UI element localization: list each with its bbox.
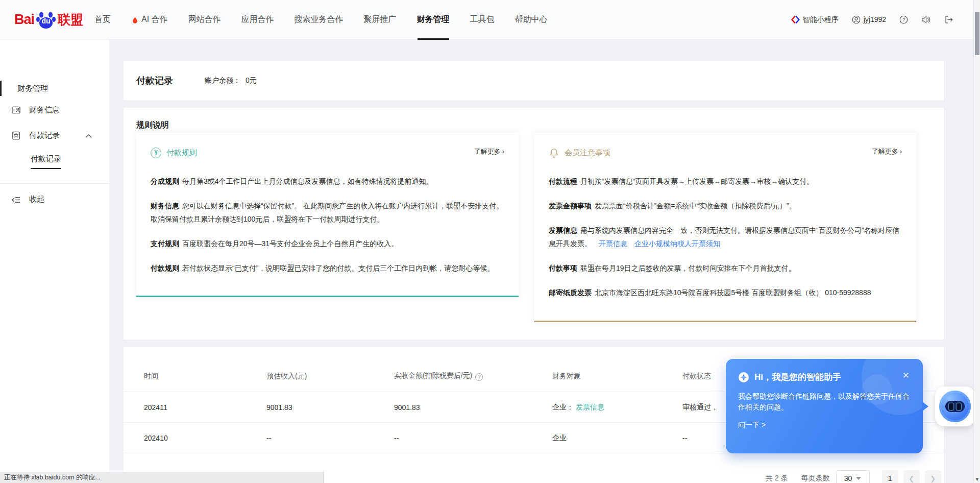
browser-status-bar: 正在等待 xlab.baidu.com 的响应... bbox=[0, 472, 324, 483]
finance-info-card-icon bbox=[11, 105, 21, 115]
cell-time: 202410 bbox=[144, 434, 266, 442]
sidebar-item-payment-records[interactable]: 付款记录 bbox=[0, 124, 109, 147]
chevron-right-icon: › bbox=[502, 148, 504, 155]
payment-rules-more-link[interactable]: 了解更多› bbox=[474, 147, 504, 156]
cell-finance-object: 企业： 发票信息 bbox=[552, 403, 682, 412]
col-header-estimated-income: 预估收入(元) bbox=[266, 372, 394, 381]
assistant-robot-button[interactable] bbox=[935, 387, 975, 426]
miniprogram-diamond-icon bbox=[791, 15, 800, 25]
member-notes-card: 会员注意事项 了解更多› 付款流程月初按“发票信息”页面开具发票→上传发票→邮寄… bbox=[534, 133, 916, 322]
cell-actual: -- bbox=[394, 434, 552, 442]
cell-estimated: 9001.83 bbox=[266, 403, 394, 412]
robot-face-icon bbox=[939, 391, 971, 422]
member-notes-header: 会员注意事项 bbox=[549, 146, 902, 159]
assistant-popup-tail bbox=[922, 401, 928, 412]
logo-union-text: 联盟 bbox=[58, 11, 83, 28]
rule-paragraph: 财务信息您可以在财务信息中选择“保留付款”。 在此期间您产生的收入将在账户内进行… bbox=[151, 199, 504, 226]
rules-section-title: 规则说明 bbox=[136, 120, 169, 131]
member-notes-more-link[interactable]: 了解更多› bbox=[872, 147, 902, 156]
compass-icon bbox=[738, 372, 749, 383]
rules-section-card: 规则说明 ¥ 付款规则 了解更多› 分成规则每月第3或4个工作日产出上月分成信息… bbox=[124, 108, 944, 340]
close-icon[interactable]: ✕ bbox=[902, 371, 910, 380]
sidebar-collapse-button[interactable]: 收起 bbox=[0, 187, 109, 211]
logout-icon[interactable] bbox=[944, 15, 953, 24]
member-notes-title: 会员注意事项 bbox=[565, 148, 610, 158]
sidebar-item-finance-info[interactable]: 财务信息 bbox=[0, 98, 109, 122]
nav-item-toolkit[interactable]: 工具包 bbox=[470, 0, 495, 40]
scrollbar-thumb[interactable] bbox=[975, 12, 979, 55]
pagination: 共 2 条 每页条数 30 1 ❮ ❯ bbox=[766, 470, 941, 483]
cell-estimated: -- bbox=[266, 434, 394, 442]
balance-label: 账户余额： bbox=[205, 76, 240, 84]
account-balance: 账户余额： 0元 bbox=[205, 76, 257, 85]
prev-page-button[interactable]: ❮ bbox=[903, 470, 920, 483]
page-header-card: 付款记录 账户余额： 0元 bbox=[124, 61, 944, 100]
flame-icon bbox=[131, 15, 139, 25]
bell-icon bbox=[549, 148, 559, 158]
nav-item-search-business[interactable]: 搜索业务合作 bbox=[295, 0, 344, 40]
nav-item-ai-cooperation[interactable]: AI 合作 bbox=[131, 0, 168, 40]
assistant-header: Hi，我是您的智能助手 ✕ bbox=[738, 371, 911, 383]
assistant-popup: Hi，我是您的智能助手 ✕ 我会帮助您诊断合作链路问题，以及解答您关于任何合作相… bbox=[726, 359, 923, 453]
help-icon[interactable]: ? bbox=[899, 15, 908, 24]
rule-paragraph: 分成规则每月第3或4个工作日产出上月分成信息及发票信息，如有特殊情况将提前通知。 bbox=[151, 175, 504, 188]
payment-rules-card: ¥ 付款规则 了解更多› 分成规则每月第3或4个工作日产出上月分成信息及发票信息… bbox=[136, 133, 519, 297]
payment-rules-title: 付款规则 bbox=[166, 148, 197, 158]
rule-paragraph: 支付规则百度联盟会在每月20号—31号支付企业会员上个自然月产生的收入。 bbox=[151, 237, 504, 250]
user-icon bbox=[852, 15, 861, 25]
chevron-right-icon: › bbox=[900, 148, 902, 155]
nav-item-finance-management[interactable]: 财务管理 bbox=[417, 0, 450, 40]
sidebar-section-title: 财务管理 bbox=[0, 81, 109, 96]
sidebar-divider bbox=[0, 183, 109, 184]
rule-paragraph: 付款规则若付款状态显示“已支付”，说明联盟已安排了您的付款。支付后三个工作日内到… bbox=[151, 261, 504, 275]
invoice-info-table-link[interactable]: 发票信息 bbox=[576, 403, 604, 411]
assistant-title: Hi，我是您的智能助手 bbox=[754, 371, 841, 383]
page-size-select[interactable]: 30 bbox=[836, 470, 870, 483]
help-circle-icon[interactable]: ? bbox=[475, 373, 483, 381]
sidebar: 财务管理 财务信息 付款记录 付款记录 bbox=[0, 40, 109, 483]
cell-finance-object: 企业 bbox=[552, 433, 682, 443]
next-page-button[interactable]: ❯ bbox=[925, 470, 941, 483]
page-title: 付款记录 bbox=[136, 75, 173, 87]
ask-now-link[interactable]: 问一下 > bbox=[738, 421, 911, 430]
scrollbar-down-arrow[interactable]: ▼ bbox=[974, 476, 980, 482]
payment-rules-header: ¥ 付款规则 bbox=[151, 146, 504, 159]
baidu-union-logo[interactable]: Bai du 联盟 bbox=[14, 10, 83, 30]
member-notes-body: 付款流程月初按“发票信息”页面开具发票→上传发票→邮寄发票→审核→确认支付。 发… bbox=[549, 175, 902, 299]
smart-miniprogram-link[interactable]: 智能小程序 bbox=[791, 15, 839, 25]
col-header-actual-amount: 实收金额(扣除税费后/元)? bbox=[394, 371, 552, 381]
rule-paragraph: 付款事项联盟在每月19日之后签收的发票，付款时间安排在下个月首批支付。 bbox=[549, 261, 902, 275]
balance-value: 0元 bbox=[246, 76, 257, 84]
vertical-scrollbar[interactable]: ▼ bbox=[973, 0, 980, 483]
svg-text:?: ? bbox=[902, 17, 905, 22]
nav-item-website-cooperation[interactable]: 网站合作 bbox=[188, 0, 221, 40]
nav-item-app-cooperation[interactable]: 应用合作 bbox=[241, 0, 274, 40]
per-page-label: 每页条数 bbox=[801, 474, 830, 483]
total-count: 共 2 条 bbox=[766, 474, 788, 483]
rule-paragraph: 付款流程月初按“发票信息”页面开具发票→上传发票→邮寄发票→审核→确认支付。 bbox=[549, 175, 902, 188]
primary-nav: 首页 AI 合作 网站合作 应用合作 搜索业务合作 聚屏推广 财务管理 工具包 bbox=[94, 0, 548, 40]
nav-item-screen-promotion[interactable]: 聚屏推广 bbox=[364, 0, 397, 40]
collapse-arrow-icon bbox=[11, 195, 21, 204]
user-account[interactable]: jyj1992 bbox=[852, 15, 886, 25]
rule-paragraph: 发票信息需与系统内发票信息内容完全一致，否则无法支付。请根据发票信息页面中“百度… bbox=[549, 224, 902, 250]
money-coin-icon: ¥ bbox=[151, 148, 161, 158]
rule-paragraph: 邮寄纸质发票北京市海淀区西北旺东路10号院百度科技园5号楼 百度联盟财务组（收）… bbox=[549, 286, 902, 299]
page-number-1[interactable]: 1 bbox=[882, 470, 898, 483]
chevron-up-icon bbox=[85, 131, 92, 140]
col-header-finance-object: 财务对象 bbox=[552, 372, 682, 381]
nav-item-home[interactable]: 首页 bbox=[94, 0, 111, 40]
col-header-time: 时间 bbox=[144, 372, 266, 381]
username: jyj1992 bbox=[864, 15, 886, 23]
navbar-right: 智能小程序 jyj1992 ? bbox=[791, 15, 953, 25]
cell-time: 202411 bbox=[144, 403, 266, 412]
cell-actual: 9001.83 bbox=[394, 403, 552, 412]
rule-paragraph: 发票金额事项发票票面“价税合计”金额=系统中“实收金额（扣除税费后/元）”。 bbox=[549, 199, 902, 212]
sidebar-subitem-payment-records[interactable]: 付款记录 bbox=[31, 154, 61, 169]
nav-item-help-center[interactable]: 帮助中心 bbox=[515, 0, 548, 40]
payment-records-badge-icon bbox=[11, 130, 21, 140]
top-navbar: Bai du 联盟 首页 AI 合作 网站合作 bbox=[0, 0, 980, 40]
sound-icon[interactable] bbox=[921, 15, 931, 24]
small-taxpayer-notice-link[interactable]: 企业小规模纳税人开票须知 bbox=[634, 239, 720, 248]
invoice-info-link[interactable]: 开票信息 bbox=[599, 239, 627, 248]
